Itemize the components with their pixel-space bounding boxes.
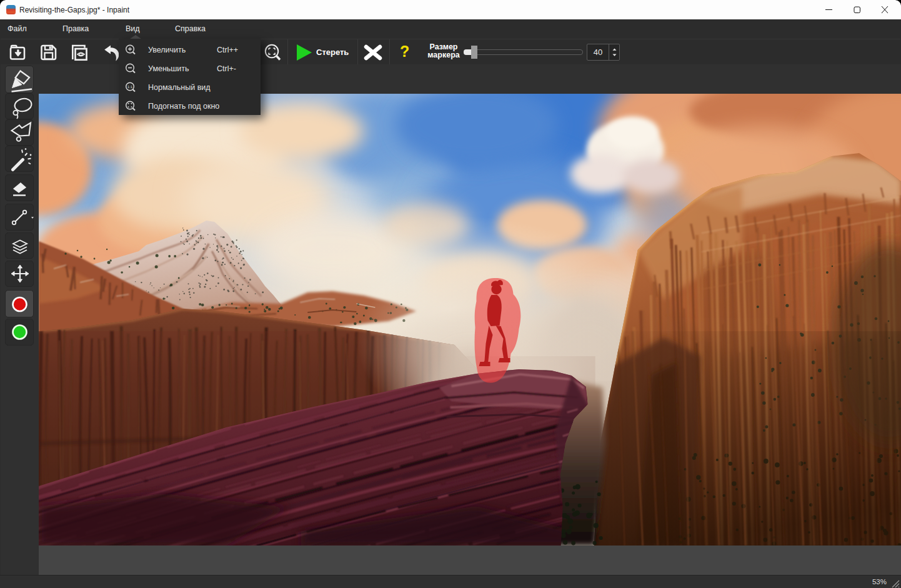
svg-text:1:1: 1:1 (127, 85, 133, 89)
